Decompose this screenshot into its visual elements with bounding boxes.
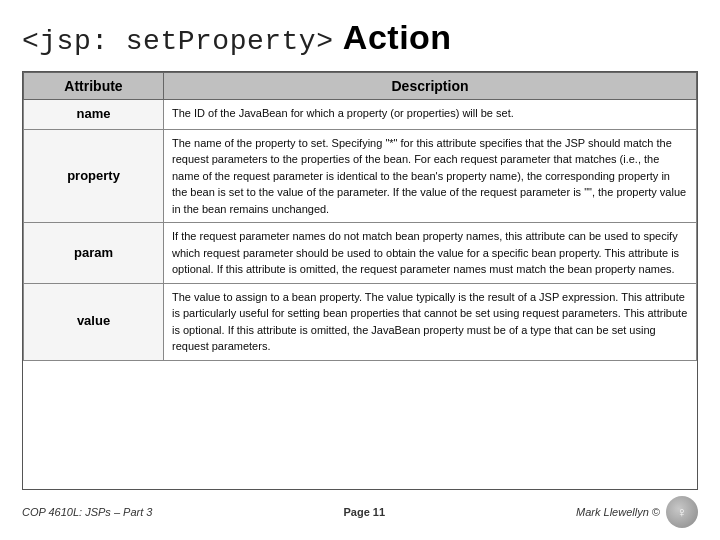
table-row: propertyThe name of the property to set.…	[24, 129, 697, 223]
attr-cell-name: name	[24, 100, 164, 130]
attributes-table: Attribute Description nameThe ID of the …	[23, 72, 697, 361]
footer-author: Mark Llewellyn ©	[576, 506, 660, 518]
desc-cell-value: The value to assign to a bean property. …	[164, 283, 697, 360]
main-table-wrapper: Attribute Description nameThe ID of the …	[22, 71, 698, 490]
footer-page: Page 11	[343, 506, 385, 518]
table-row: nameThe ID of the JavaBean for which a p…	[24, 100, 697, 130]
page: <jsp: setProperty> Action Attribute Desc…	[0, 0, 720, 540]
footer: COP 4610L: JSPs – Part 3 Page 11 Mark Ll…	[22, 490, 698, 530]
table-row: paramIf the request parameter names do n…	[24, 223, 697, 284]
header-description: Description	[164, 73, 697, 100]
desc-cell-property: The name of the property to set. Specify…	[164, 129, 697, 223]
attr-cell-param: param	[24, 223, 164, 284]
attr-cell-property: property	[24, 129, 164, 223]
title-action: Action	[343, 18, 452, 56]
attr-cell-value: value	[24, 283, 164, 360]
footer-logo-icon: ♀	[666, 496, 698, 528]
desc-cell-param: If the request parameter names do not ma…	[164, 223, 697, 284]
footer-course: COP 4610L: JSPs – Part 3	[22, 506, 152, 518]
page-title: <jsp: setProperty> Action	[22, 18, 698, 57]
title-code: <jsp: setProperty>	[22, 26, 333, 57]
desc-cell-name: The ID of the JavaBean for which a prope…	[164, 100, 697, 130]
table-row: valueThe value to assign to a bean prope…	[24, 283, 697, 360]
header-attribute: Attribute	[24, 73, 164, 100]
